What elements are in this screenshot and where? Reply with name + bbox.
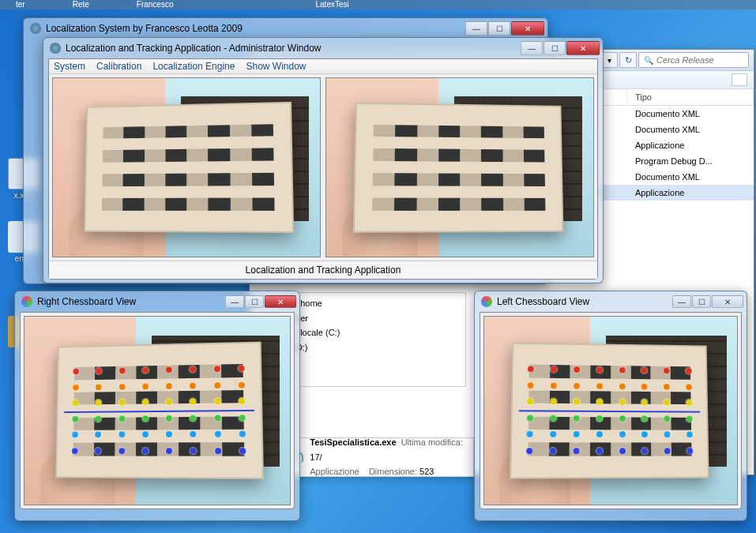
window-right-chessboard[interactable]: Right Chessboard View — ☐ ✕	[14, 291, 300, 521]
explorer-nav-pane[interactable]: o home uter o locale (C:) (D:)	[284, 292, 466, 387]
titlebar[interactable]: Right Chessboard View — ☐ ✕	[15, 291, 299, 312]
window-left-chessboard[interactable]: Left Chessboard View — ☐ ✕	[474, 291, 747, 521]
maximize-button[interactable]: ☐	[488, 21, 510, 36]
nav-item[interactable]: o home	[293, 296, 457, 311]
search-input[interactable]	[656, 55, 743, 65]
camera-view-right	[325, 77, 594, 257]
minimize-button[interactable]: —	[521, 41, 543, 55]
taskbar-item: LatexTesi	[315, 0, 348, 9]
camera-view-left	[52, 77, 321, 257]
chessboard-detection-view	[24, 316, 291, 505]
refresh-icon[interactable]: ↻	[619, 52, 637, 68]
chessboard-detection-view	[483, 316, 738, 505]
menubar[interactable]: System Calibration Localization Engine S…	[49, 59, 597, 74]
details-mod-label: Ultima modifica:	[401, 437, 463, 447]
titlebar[interactable]: Localization System by Francesco Leotta …	[24, 18, 547, 39]
close-button[interactable]: ✕	[511, 21, 544, 36]
search-icon: 🔍	[644, 56, 653, 65]
minimize-button[interactable]: —	[672, 295, 691, 308]
menu-system[interactable]: System	[54, 61, 85, 72]
taskbar-item: Rete	[73, 0, 89, 9]
opencv-icon	[481, 296, 492, 307]
corner-overlay	[63, 360, 255, 460]
menu-localization-engine[interactable]: Localization Engine	[152, 61, 235, 72]
minimize-button[interactable]: —	[465, 21, 487, 36]
window-admin[interactable]: Localization and Tracking Application - …	[43, 37, 604, 283]
nav-item[interactable]: (D:)	[293, 340, 457, 355]
explorer-details-pane: TesiSpecialistica.exe Ultima modifica: 1…	[284, 437, 474, 477]
titlebar[interactable]: Left Chessboard View — ☐ ✕	[475, 291, 747, 312]
window-title: Left Chessboard View	[497, 296, 672, 307]
nav-item[interactable]: uter	[293, 311, 457, 326]
details-filename: TesiSpecialistica.exe	[310, 437, 396, 447]
nav-item[interactable]: o locale (C:)	[293, 325, 457, 340]
column-header-type[interactable]: Tipo	[627, 89, 754, 105]
menu-show-window[interactable]: Show Window	[246, 61, 306, 72]
window-title: Localization System by Francesco Leotta …	[46, 23, 465, 34]
close-button[interactable]: ✕	[566, 41, 600, 55]
close-button[interactable]: ✕	[712, 295, 743, 308]
close-button[interactable]: ✕	[265, 295, 296, 308]
view-options-icon[interactable]	[732, 73, 747, 86]
app-icon	[30, 23, 41, 34]
titlebar[interactable]: Localization and Tracking Application - …	[43, 38, 603, 58]
search-box[interactable]: 🔍	[638, 52, 749, 68]
corner-overlay	[517, 361, 701, 460]
maximize-button[interactable]: ☐	[543, 41, 566, 55]
window-title: Right Chessboard View	[37, 296, 225, 307]
details-type: Applicazione	[310, 467, 359, 476]
menu-calibration[interactable]: Calibration	[96, 61, 141, 72]
window-client: System Calibration Localization Engine S…	[48, 58, 598, 280]
maximize-button[interactable]: ☐	[245, 295, 264, 308]
opencv-icon	[21, 296, 32, 307]
maximize-button[interactable]: ☐	[692, 295, 711, 308]
app-icon	[50, 43, 61, 54]
statusbar-text: Localization and Tracking Application	[49, 261, 597, 279]
details-size-label: Dimensione:	[369, 467, 417, 476]
taskbar-item: Francesco	[137, 0, 174, 9]
taskbar-item: ter	[16, 0, 25, 9]
taskbar-top-fragment: ter Rete Francesco LatexTesi	[0, 0, 756, 9]
minimize-button[interactable]: —	[225, 295, 244, 308]
window-title: Localization and Tracking Application - …	[66, 43, 521, 54]
